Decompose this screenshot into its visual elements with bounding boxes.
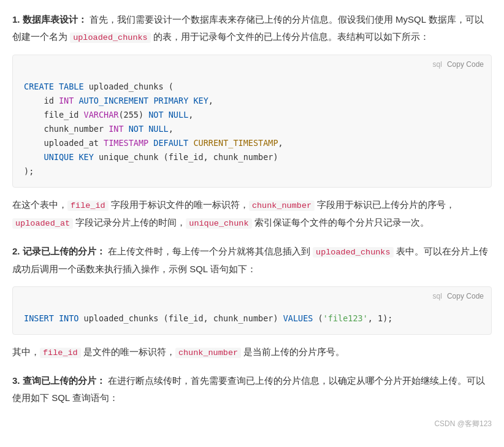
inline-code-uploaded-chunks-1: uploaded_chunks <box>70 32 151 43</box>
section-2-intro: 2. 记录已上传的分片： 在上传文件时，每上传一个分片就将其信息插入到 uplo… <box>12 243 492 278</box>
section-3: 3. 查询已上传的分片： 在进行断点续传时，首先需要查询已上传的分片信息，以确定… <box>12 372 492 407</box>
section-3-title: 查询已上传的分片： <box>23 375 105 386</box>
code-block-2: sql Copy Code INSERT INTO uploaded_chunk… <box>12 286 492 335</box>
copy-button-2[interactable]: Copy Code <box>447 290 484 304</box>
section-1-number: 1. <box>12 14 20 25</box>
section-2: 2. 记录已上传的分片： 在上传文件时，每上传一个分片就将其信息插入到 uplo… <box>12 243 492 361</box>
section-1-title: 数据库表设计： <box>23 14 87 25</box>
inline-code-chunk-number-1: chunk_number <box>249 201 315 211</box>
section-3-intro: 3. 查询已上传的分片： 在进行断点续传时，首先需要查询已上传的分片信息，以确定… <box>12 372 492 407</box>
section-2-number: 2. <box>12 246 20 256</box>
copy-button-1[interactable]: Copy Code <box>447 58 484 72</box>
inline-code-file-id-1: file_id <box>67 201 109 211</box>
code-block-1: sql Copy Code CREATE TABLE uploaded_chun… <box>12 55 492 188</box>
code-block-1-body: CREATE TABLE uploaded_chunks ( id INT AU… <box>13 74 491 187</box>
code-lang-2: sql <box>433 290 442 304</box>
inline-code-unique-chunk-1: unique_chunk <box>186 218 251 229</box>
section-1: 1. 数据库表设计： 首先，我们需要设计一个数据库表来存储已上传的分片信息。假设… <box>12 11 492 232</box>
section-3-number: 3. <box>12 375 20 386</box>
inline-code-uploaded-at-1: uploaded_at <box>12 218 73 229</box>
code-block-1-header: sql Copy Code <box>13 55 491 74</box>
section-1-intro: 1. 数据库表设计： 首先，我们需要设计一个数据库表来存储已上传的分片信息。假设… <box>12 11 492 46</box>
section-1-after: 在这个表中，file_id 字段用于标识文件的唯一标识符，chunk_numbe… <box>12 196 492 232</box>
inline-code-file-id-2: file_id <box>40 348 81 358</box>
code-lang-1: sql <box>433 58 442 72</box>
code-block-2-header: sql Copy Code <box>13 287 491 306</box>
code-block-2-body: INSERT INTO uploaded_chunks (file_id, ch… <box>13 305 491 334</box>
section-2-after: 其中，file_id 是文件的唯一标识符，chunk_number 是当前上传的… <box>12 343 492 361</box>
section-2-title: 记录已上传的分片： <box>23 246 105 256</box>
inline-code-chunk-number-2: chunk_number <box>175 348 241 358</box>
inline-code-uploaded-chunks-2: uploaded_chunks <box>313 247 394 258</box>
footer-note: CSDN @客卿123 <box>12 418 492 431</box>
